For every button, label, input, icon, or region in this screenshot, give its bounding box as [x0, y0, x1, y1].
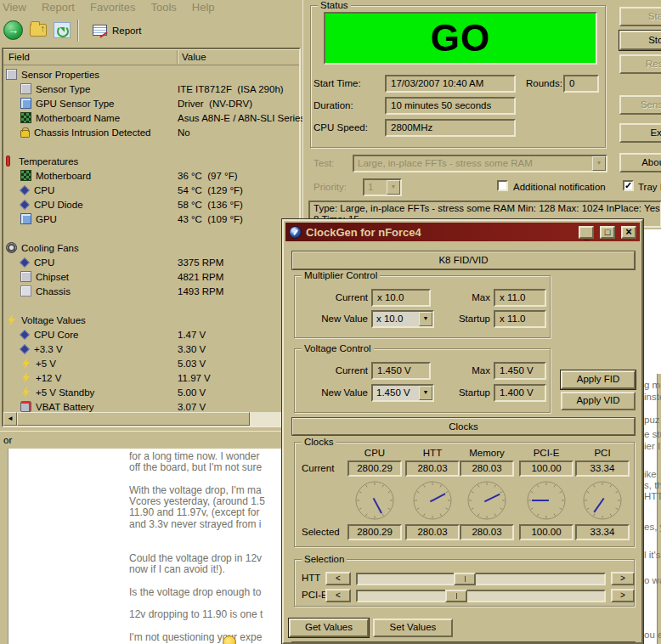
forum-fragment: HTT	[644, 491, 661, 501]
table-row[interactable]: CPU Diode58 °C (136 °F)	[3, 197, 299, 212]
scroll-left-icon[interactable]: ◄	[3, 412, 17, 426]
maximize-button[interactable]: □	[600, 226, 615, 239]
field-label: CPU	[34, 185, 54, 195]
slider-right-button-htt[interactable]: >	[611, 572, 635, 585]
slider-right-button-pcie[interactable]: >	[611, 589, 635, 602]
menu-item-report[interactable]: Report	[42, 1, 75, 14]
priority-dropdown[interactable]: 1 ▼	[363, 178, 402, 196]
table-row[interactable]: Sensor Properties	[3, 67, 299, 82]
column-field[interactable]: Field	[3, 52, 30, 62]
table-row[interactable]: GPU43 °C (109 °F)	[3, 212, 299, 226]
menu-item-tools[interactable]: Tools	[150, 1, 176, 14]
voltage-group-label: Voltage Control	[302, 343, 374, 353]
table-row[interactable]: +5 V5.03 V	[3, 356, 299, 370]
sensor-rows: Sensor PropertiesSensor TypeITE IT8712F …	[3, 67, 299, 414]
get-values-button[interactable]: Get Values	[289, 619, 369, 637]
minimize-button[interactable]: _	[579, 226, 594, 239]
table-row[interactable]: Sensor TypeITE IT8712F (ISA 290h)	[3, 82, 299, 96]
clockgen-app-icon	[289, 226, 302, 239]
field-label: Cooling Fans	[21, 243, 79, 253]
field-value: 36 °C (97 °F)	[178, 171, 238, 181]
table-row[interactable]: Motherboard NameAsus A8N-E / A8N-SLI Ser…	[3, 110, 299, 125]
table-row[interactable]: GPU Sensor TypeDriver (NV-DRV)	[3, 96, 299, 110]
k8-fid-vid-button[interactable]: K8 FID/VID	[292, 251, 635, 269]
start-button[interactable]: Start	[619, 7, 661, 26]
additional-notification-checkbox[interactable]	[497, 180, 508, 191]
slider-track-pcie[interactable]	[356, 590, 606, 602]
column-value[interactable]: Value	[182, 49, 206, 65]
stop-button[interactable]: Stop	[619, 31, 661, 50]
multiplier-max-field: x 11.0	[494, 289, 546, 307]
apply-vid-button[interactable]: Apply VID	[561, 392, 636, 410]
table-row[interactable]: +12 V11.97 V	[3, 370, 299, 385]
column-divider[interactable]	[177, 50, 178, 64]
table-row[interactable]: CPU54 °C (129 °F)	[3, 183, 299, 197]
table-row[interactable]: Temperatures	[3, 154, 299, 168]
go-text: GO	[431, 17, 490, 59]
duration-field: 10 minutes 50 seconds	[385, 97, 516, 115]
clock-col-label: PCI-E	[519, 448, 573, 458]
field-value: 5.03 V	[178, 359, 206, 369]
table-row[interactable]: Chassis Intrusion DetectedNo	[3, 125, 299, 139]
field-label: Chassis	[36, 286, 71, 297]
menu-item-favorites[interactable]: Favorites	[90, 1, 135, 14]
clock-current-value: 100.00	[519, 460, 573, 477]
smiley-icon	[223, 636, 236, 644]
clock-selected-value: 2800.29	[347, 524, 402, 540]
multiplier-current-field: x 10.0	[371, 289, 431, 307]
about-button[interactable]: About...	[619, 153, 661, 172]
menu-item-help[interactable]: Help	[192, 1, 215, 14]
field-value: 3.30 V	[178, 344, 206, 354]
reset-button[interactable]: Reset	[619, 54, 661, 74]
chassis-icon	[20, 285, 31, 297]
menu-item-view[interactable]: View	[3, 1, 26, 14]
table-header[interactable]: Field Value	[3, 49, 299, 65]
table-row[interactable]: CPU3375 RPM	[3, 255, 299, 269]
title-bar[interactable]: ClockGen for nForce4 _ □ ×	[285, 223, 640, 241]
report-button[interactable]: Report	[86, 22, 149, 38]
multiplier-new-value-dropdown[interactable]: x 10.0 ▼	[371, 310, 434, 328]
refresh-icon[interactable]	[54, 22, 71, 38]
close-button[interactable]: ×	[621, 226, 636, 239]
test-dropdown[interactable]: Large, in-place FFTs - stress some RAM ▼	[353, 155, 607, 172]
apply-fid-button[interactable]: Apply FID	[561, 370, 636, 389]
report-label: Report	[112, 25, 142, 36]
table-row[interactable]: +3.3 V3.30 V	[3, 342, 299, 356]
forum-fragment: g mo	[644, 380, 661, 390]
table-row[interactable]: +5 V Standby5.00 V	[3, 385, 299, 399]
exit-button[interactable]: Exit	[619, 123, 661, 143]
scrollbar-thumb[interactable]	[17, 412, 250, 426]
clocks-button[interactable]: Clocks	[292, 418, 635, 435]
current-label: Current	[298, 365, 368, 376]
max-label: Max	[446, 365, 490, 376]
table-row[interactable]: Chassis1493 RPM	[3, 284, 299, 298]
back-icon[interactable]: →	[3, 20, 23, 40]
chevron-down-icon[interactable]: ▼	[387, 180, 400, 195]
chevron-down-icon[interactable]: ▼	[419, 386, 432, 400]
up-folder-icon[interactable]	[30, 24, 47, 37]
voltage-new-value-dropdown[interactable]: 1.450 V ▼	[371, 384, 434, 402]
table-row[interactable]: Chipset4821 RPM	[3, 269, 299, 284]
slider-thumb-htt[interactable]	[454, 573, 476, 585]
current-row-label: Current	[302, 463, 334, 473]
set-values-button[interactable]: Set Values	[373, 619, 453, 637]
slider-thumb-pcie[interactable]	[445, 590, 467, 602]
table-row[interactable]: CPU Core1.47 V	[3, 327, 299, 342]
chevron-down-icon[interactable]: ▼	[592, 156, 606, 171]
slider-left-button-pcie[interactable]: <	[325, 589, 351, 602]
start-time-label: Start Time:	[314, 78, 361, 88]
slider-track-htt[interactable]	[356, 573, 606, 585]
table-row[interactable]: Voltage Values	[3, 313, 299, 327]
table-row[interactable]: Motherboard36 °C (97 °F)	[3, 168, 299, 183]
slider-left-button-htt[interactable]: <	[325, 572, 351, 585]
chevron-down-icon[interactable]: ▼	[419, 312, 432, 326]
sensors-button[interactable]: Sensors	[619, 95, 661, 115]
duration-label: Duration:	[314, 100, 353, 110]
horizontal-scrollbar[interactable]: ◄	[3, 412, 299, 426]
stress-test-window: Status GO Start Time: 17/03/2007 10:40 A…	[302, 0, 661, 229]
menu-bar: ViewReportFavoritesToolsHelp	[0, 0, 303, 14]
forum-line: Is the voltage drop enough to	[129, 587, 284, 598]
browser-page: for a long time now. I wonderoff the boa…	[8, 449, 282, 644]
clock-selected-value: 280.03	[460, 524, 514, 540]
table-row[interactable]: Cooling Fans	[3, 240, 299, 255]
